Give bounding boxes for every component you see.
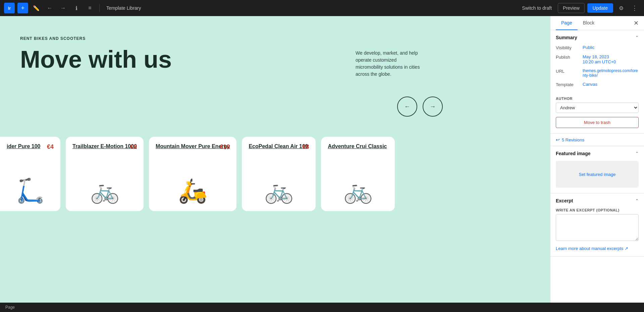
logo: lr bbox=[4, 3, 15, 13]
more-button[interactable]: ⋮ bbox=[629, 3, 640, 13]
template-value[interactable]: Canvas bbox=[583, 82, 639, 87]
visibility-value[interactable]: Public bbox=[583, 45, 639, 50]
hero-section: RENT BIKES AND SCOOTERS Move with us We … bbox=[0, 16, 550, 130]
right-sidebar: Page Block ✕ Summary ⌃ Visibility Public… bbox=[550, 16, 644, 312]
hero-arrows: ← → bbox=[397, 97, 443, 117]
excerpt-textarea[interactable] bbox=[556, 214, 639, 241]
author-section: AUTHOR Andrew bbox=[550, 97, 644, 117]
url-label: URL bbox=[556, 68, 583, 74]
revisions-label: 5 Revisions bbox=[562, 137, 584, 142]
prev-arrow[interactable]: ← bbox=[397, 97, 417, 117]
excerpt-header[interactable]: Excerpt ⌃ bbox=[550, 193, 644, 208]
settings-button[interactable]: ⚙ bbox=[616, 3, 627, 13]
product-price-0: €4 bbox=[47, 143, 54, 150]
product-price-2: €10 bbox=[220, 143, 230, 150]
summary-content: Visibility Public Publish May 18, 2023 1… bbox=[550, 45, 644, 97]
featured-image-header[interactable]: Featured image ⌃ bbox=[550, 146, 644, 161]
product-price-1: €8 bbox=[130, 143, 137, 150]
product-card-4: Adventure Crui Classic 🚲 bbox=[321, 137, 395, 211]
redo-button[interactable]: → bbox=[58, 3, 68, 13]
summary-chevron-icon: ⌃ bbox=[635, 35, 639, 40]
visibility-row: Visibility Public bbox=[556, 45, 639, 50]
tab-block[interactable]: Block bbox=[578, 16, 600, 30]
template-row: Template Canvas bbox=[556, 82, 639, 87]
product-name-2[interactable]: Mountain Mover Pure Energy bbox=[156, 143, 230, 149]
hero-subtitle: RENT BIKES AND SCOOTERS bbox=[20, 36, 530, 41]
product-emoji-3: 🚲 bbox=[264, 177, 293, 204]
list-view-button[interactable]: ≡ bbox=[85, 3, 95, 13]
product-card-1: Trailblazer E-Motion 1000 €8 🚲 bbox=[66, 137, 144, 211]
hero-title: Move with us bbox=[20, 46, 530, 73]
excerpt-label: WRITE AN EXCERPT (OPTIONAL) bbox=[550, 208, 644, 212]
undo-button[interactable]: ← bbox=[44, 3, 55, 13]
featured-image-chevron-icon: ⌃ bbox=[635, 151, 639, 156]
template-label: Template bbox=[556, 82, 583, 87]
product-card-0: ider Pure 100 €4 🛴 bbox=[0, 137, 60, 211]
url-row: URL themes.getmotopress.com/lorenty-bike… bbox=[556, 68, 639, 78]
author-label: AUTHOR bbox=[556, 97, 639, 101]
summary-section: Summary ⌃ Visibility Public Publish May … bbox=[550, 30, 644, 134]
template-library-label: Template Library bbox=[106, 5, 516, 11]
add-button[interactable]: + bbox=[17, 3, 28, 13]
products-section: ider Pure 100 €4 🛴 Trailblazer E-Motion … bbox=[0, 130, 550, 218]
excerpt-section: Excerpt ⌃ WRITE AN EXCERPT (OPTIONAL) Le… bbox=[550, 193, 644, 257]
set-featured-image-button[interactable]: Set featured image bbox=[556, 161, 639, 188]
featured-image-title: Featured image bbox=[556, 151, 590, 156]
product-image-2: 🛵 bbox=[156, 151, 230, 204]
toolbar: lr + ✏️ ← → ℹ ≡ Template Library Switch … bbox=[0, 0, 644, 16]
product-card-2: Mountain Mover Pure Energy €10 🛵 bbox=[149, 137, 236, 211]
tab-page[interactable]: Page bbox=[556, 16, 578, 30]
status-bar: Page bbox=[0, 303, 644, 312]
close-sidebar-button[interactable]: ✕ bbox=[634, 16, 639, 30]
product-image-1: 🚲 bbox=[72, 151, 137, 204]
publish-row: Publish May 18, 2023 10:20 am UTC+0 bbox=[556, 54, 639, 64]
excerpt-learn-more-link[interactable]: Learn more about manual excerpts ↗ bbox=[550, 246, 644, 256]
edit-button[interactable]: ✏️ bbox=[31, 3, 42, 13]
excerpt-title: Excerpt bbox=[556, 198, 573, 203]
hero-description: We develop, market, and help operate cus… bbox=[356, 50, 423, 78]
visibility-label: Visibility bbox=[556, 45, 583, 50]
info-button[interactable]: ℹ bbox=[71, 3, 82, 13]
product-image-0: 🛴 bbox=[7, 151, 54, 204]
status-text: Page bbox=[5, 305, 15, 310]
summary-section-header[interactable]: Summary ⌃ bbox=[550, 30, 644, 45]
product-name-3[interactable]: EcoPedal Clean Air 100 bbox=[249, 143, 309, 149]
publish-label: Publish bbox=[556, 54, 583, 60]
summary-title: Summary bbox=[556, 35, 577, 40]
separator bbox=[99, 4, 100, 12]
revisions-row[interactable]: ↩ 5 Revisions bbox=[550, 134, 644, 146]
featured-image-section: Featured image ⌃ Set featured image bbox=[550, 146, 644, 193]
author-select[interactable]: Andrew bbox=[556, 103, 639, 113]
url-value[interactable]: themes.getmotopress.com/lorenty-bike/ bbox=[583, 68, 639, 78]
publish-value[interactable]: May 18, 2023 10:20 am UTC+0 bbox=[583, 54, 639, 64]
canvas-inner: RENT BIKES AND SCOOTERS Move with us We … bbox=[0, 16, 550, 312]
excerpt-chevron-icon: ⌃ bbox=[635, 198, 639, 203]
preview-button[interactable]: Preview bbox=[558, 3, 585, 13]
product-emoji-2: 🛵 bbox=[178, 177, 207, 204]
toolbar-right: Switch to draft Preview Update ⚙ ⋮ bbox=[519, 3, 640, 13]
product-emoji-1: 🚲 bbox=[90, 177, 119, 204]
product-image-4: 🚲 bbox=[328, 151, 388, 204]
main-layout: RENT BIKES AND SCOOTERS Move with us We … bbox=[0, 16, 644, 312]
product-emoji-0: 🛴 bbox=[16, 177, 45, 204]
update-button[interactable]: Update bbox=[587, 3, 613, 13]
product-card-3: EcoPedal Clean Air 100 €8 🚲 bbox=[242, 137, 316, 211]
next-arrow[interactable]: → bbox=[423, 97, 443, 117]
revisions-icon: ↩ bbox=[556, 137, 560, 142]
product-emoji-4: 🚲 bbox=[343, 177, 373, 204]
product-name-4[interactable]: Adventure Crui Classic bbox=[328, 143, 388, 149]
product-price-3: €8 bbox=[302, 143, 309, 150]
sidebar-tabs: Page Block ✕ bbox=[550, 16, 644, 30]
switch-draft-button[interactable]: Switch to draft bbox=[519, 3, 555, 13]
product-image-3: 🚲 bbox=[249, 151, 309, 204]
product-name-1[interactable]: Trailblazer E-Motion 1000 bbox=[72, 143, 137, 149]
canvas-area: RENT BIKES AND SCOOTERS Move with us We … bbox=[0, 16, 550, 312]
trash-button[interactable]: Move to trash bbox=[556, 117, 639, 128]
